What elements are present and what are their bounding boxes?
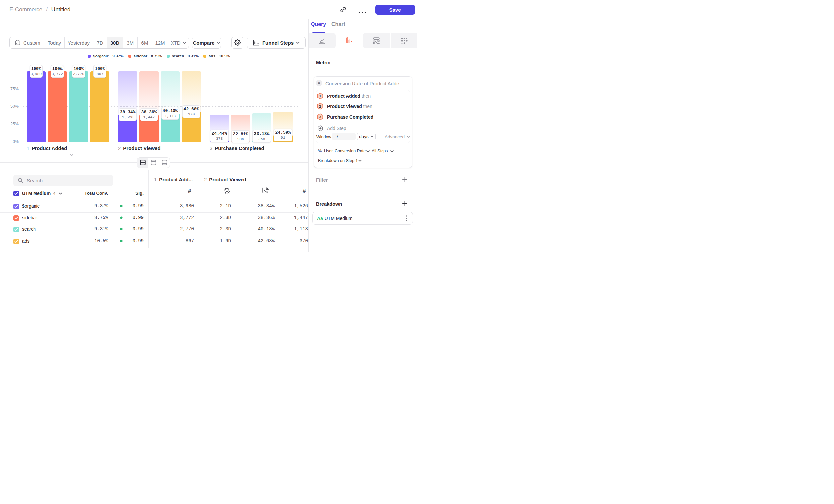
svg-text:2: 2 — [319, 105, 321, 109]
svg-text:1: 1 — [319, 94, 322, 98]
svg-text:3: 3 — [319, 115, 321, 119]
